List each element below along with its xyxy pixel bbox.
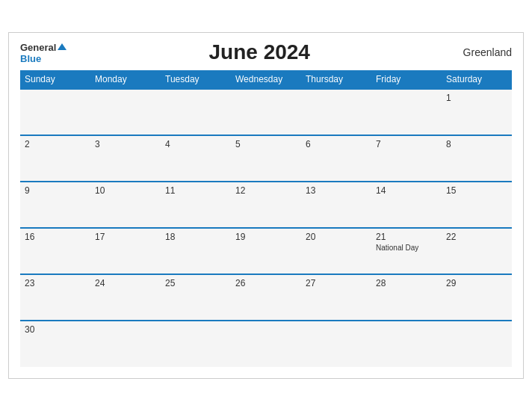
header-saturday: Saturday (442, 70, 512, 89)
day-number: 1 (446, 93, 507, 103)
day-number: 22 (446, 232, 507, 242)
header-thursday: Thursday (301, 70, 371, 89)
cell-week3-day4: 20 (301, 228, 371, 274)
day-number: 12 (235, 185, 297, 196)
day-number: 2 (25, 139, 86, 149)
days-header-row: Sunday Monday Tuesday Wednesday Thursday… (20, 70, 512, 89)
day-number: 23 (25, 278, 86, 288)
cell-week1-day1: 3 (90, 135, 161, 182)
cell-week1-day6: 8 (442, 135, 512, 182)
header-monday: Monday (90, 70, 161, 89)
cell-week4-day6: 29 (442, 274, 512, 321)
cell-week1-day0: 2 (20, 135, 90, 182)
cell-week5-day3 (231, 321, 301, 367)
day-number: 5 (235, 139, 297, 149)
day-number: 25 (165, 278, 226, 288)
day-number: 4 (165, 139, 226, 149)
cell-week2-day4: 13 (301, 182, 371, 228)
region-label: Greenland (452, 46, 512, 58)
week-row-3: 161718192021National Day22 (20, 228, 512, 274)
header-friday: Friday (371, 70, 442, 89)
event-label: National Day (376, 244, 437, 252)
day-number: 21 (376, 232, 437, 242)
logo: General Blue (20, 40, 66, 64)
cell-week5-day1 (90, 321, 161, 367)
cell-week5-day0: 30 (20, 321, 90, 367)
cell-week3-day1: 17 (90, 228, 161, 274)
cell-week5-day5 (371, 321, 442, 367)
day-number: 13 (306, 185, 367, 196)
day-number: 26 (235, 278, 297, 288)
day-number: 7 (376, 139, 437, 149)
cell-week3-day3: 19 (231, 228, 301, 274)
day-number: 29 (446, 278, 507, 288)
day-number: 17 (95, 232, 156, 242)
cell-week5-day4 (301, 321, 371, 367)
cell-week4-day3: 26 (231, 274, 301, 321)
header-wednesday: Wednesday (231, 70, 301, 89)
week-row-4: 23242526272829 (20, 274, 512, 321)
cell-week0-day5 (371, 89, 442, 135)
day-number: 10 (95, 185, 156, 196)
cell-week0-day6: 1 (442, 89, 512, 135)
header-tuesday: Tuesday (161, 70, 231, 89)
cell-week4-day0: 23 (20, 274, 90, 321)
cell-week1-day2: 4 (161, 135, 231, 182)
logo-triangle-icon (58, 43, 66, 50)
logo-general-text: General (20, 40, 66, 54)
calendar-header: General Blue June 2024 Greenland (20, 40, 512, 64)
cell-week1-day4: 6 (301, 135, 371, 182)
cell-week0-day2 (161, 89, 231, 135)
cell-week5-day6 (442, 321, 512, 367)
day-number: 27 (306, 278, 367, 288)
cell-week0-day4 (301, 89, 371, 135)
day-number: 6 (306, 139, 367, 149)
cell-week2-day5: 14 (371, 182, 442, 228)
week-row-1: 2345678 (20, 135, 512, 182)
day-number: 14 (376, 185, 437, 196)
cell-week1-day3: 5 (231, 135, 301, 182)
cell-week2-day2: 11 (161, 182, 231, 228)
cell-week5-day2 (161, 321, 231, 367)
calendar-title: June 2024 (66, 40, 452, 64)
day-number: 11 (165, 185, 226, 196)
week-row-0: 1 (20, 89, 512, 135)
cell-week2-day0: 9 (20, 182, 90, 228)
cell-week2-day1: 10 (90, 182, 161, 228)
day-number: 19 (235, 232, 297, 242)
day-number: 30 (25, 324, 86, 335)
cell-week4-day2: 25 (161, 274, 231, 321)
cell-week4-day4: 27 (301, 274, 371, 321)
day-number: 8 (446, 139, 507, 149)
calendar-container: General Blue June 2024 Greenland Sunday … (8, 32, 524, 379)
calendar-table: Sunday Monday Tuesday Wednesday Thursday… (20, 70, 512, 367)
cell-week4-day1: 24 (90, 274, 161, 321)
cell-week3-day2: 18 (161, 228, 231, 274)
day-number: 28 (376, 278, 437, 288)
day-number: 15 (446, 185, 507, 196)
day-number: 24 (95, 278, 156, 288)
cell-week0-day3 (231, 89, 301, 135)
cell-week4-day5: 28 (371, 274, 442, 321)
cell-week3-day5: 21National Day (371, 228, 442, 274)
week-row-5: 30 (20, 321, 512, 367)
day-number: 9 (25, 185, 86, 196)
cell-week3-day6: 22 (442, 228, 512, 274)
cell-week0-day0 (20, 89, 90, 135)
cell-week3-day0: 16 (20, 228, 90, 274)
cell-week2-day6: 15 (442, 182, 512, 228)
header-sunday: Sunday (20, 70, 90, 89)
cell-week0-day1 (90, 89, 161, 135)
logo-blue-text: Blue (20, 54, 41, 64)
week-row-2: 9101112131415 (20, 182, 512, 228)
day-number: 3 (95, 139, 156, 149)
cell-week2-day3: 12 (231, 182, 301, 228)
day-number: 18 (165, 232, 226, 242)
day-number: 16 (25, 232, 86, 242)
cell-week1-day5: 7 (371, 135, 442, 182)
day-number: 20 (306, 232, 367, 242)
